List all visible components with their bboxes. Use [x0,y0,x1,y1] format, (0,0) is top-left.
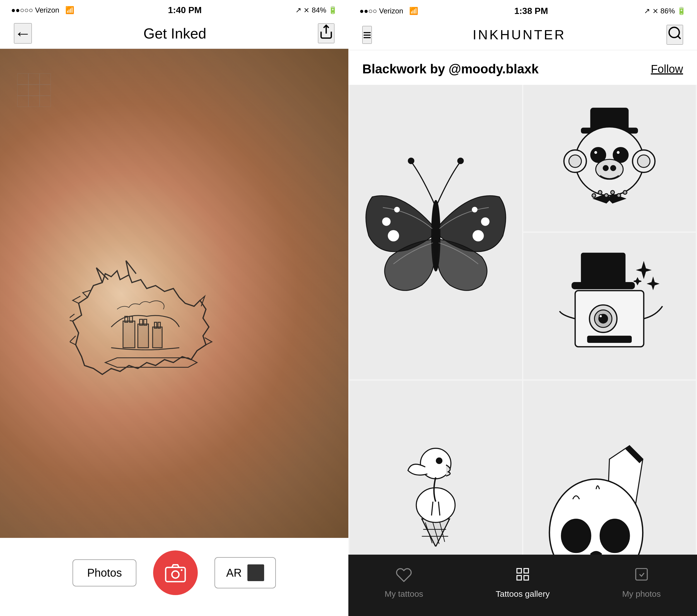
svg-rect-50 [572,282,635,289]
svg-point-55 [599,314,603,318]
svg-point-48 [623,191,627,194]
svg-point-27 [388,230,399,241]
gallery-content[interactable]: Blackwork by @moody.blaxk Follow [348,50,697,555]
svg-point-47 [617,194,621,197]
svg-rect-118 [636,568,647,580]
svg-point-38 [594,151,598,154]
right-time: 1:38 PM [514,6,548,16]
svg-point-22 [458,158,463,163]
svg-rect-7 [152,327,162,348]
tab-my-tattoos-label: My tattoos [385,589,423,599]
svg-rect-56 [588,336,632,342]
svg-point-18 [669,27,679,38]
butterfly-tattoo[interactable] [350,85,522,379]
svg-point-84 [561,519,591,553]
right-status-bar: ●●○○ Verizon 📶 1:38 PM ↗ ⨯ 86% 🔋 [348,0,697,19]
svg-point-43 [592,194,596,197]
svg-point-17 [181,569,182,571]
follow-button-blackwork[interactable]: Follow [651,63,683,75]
skull-knife-tattoo[interactable] [523,381,696,555]
tab-tattoos-gallery[interactable]: Tattoos gallery [495,567,549,599]
tattoo-image [70,220,279,465]
svg-point-41 [603,166,608,171]
tab-bar: My tattoos Tattoos gallery My photos [348,555,697,616]
svg-point-39 [617,151,620,154]
left-panel: ●●○○○ Verizon 📶 1:40 PM ↗ ⨯ 84% 🔋 ← Get … [0,0,348,616]
svg-rect-49 [581,253,625,284]
svg-point-64 [436,458,442,464]
bottom-controls: Photos AR [0,538,348,616]
svg-point-21 [408,158,414,163]
app-title: INKHUNTER [473,27,566,42]
right-nav-bar: ≡ INKHUNTER [348,19,697,50]
tab-tattoos-gallery-label: Tattoos gallery [495,589,549,599]
ar-button[interactable]: AR [214,557,276,588]
tab-my-photos-label: My photos [622,589,661,599]
ar-swatch [248,564,264,581]
svg-line-19 [678,36,681,39]
tab-my-photos[interactable]: My photos [622,567,661,599]
heart-icon [396,567,412,586]
svg-point-28 [473,230,484,241]
svg-point-85 [600,519,629,553]
svg-point-33 [569,155,581,168]
svg-rect-4 [138,324,148,348]
monkey-tattoo[interactable] [523,85,696,232]
tab-my-tattoos[interactable]: My tattoos [385,567,423,599]
svg-rect-10 [17,73,51,107]
svg-rect-115 [524,568,529,573]
svg-point-16 [172,571,179,578]
svg-point-40 [596,160,623,180]
left-carrier: ●●○○○ Verizon 📶 [11,6,74,15]
svg-rect-116 [517,575,521,580]
svg-rect-117 [524,575,529,580]
svg-point-25 [481,217,489,226]
svg-point-45 [605,194,608,197]
left-time: 1:40 PM [168,5,202,15]
svg-point-23 [382,217,390,226]
svg-rect-114 [517,568,521,573]
back-button[interactable]: ← [14,23,32,44]
right-battery-area: ↗ ⨯ 86% 🔋 [644,7,686,15]
icecream-tattoo[interactable] [350,381,522,555]
right-carrier: ●●○○ Verizon 📶 [359,7,418,15]
search-button[interactable] [667,25,683,45]
left-status-bar: ●●○○○ Verizon 📶 1:40 PM ↗ ⨯ 84% 🔋 [0,0,348,18]
grid-icon [514,567,531,586]
camera-button[interactable] [153,551,198,595]
menu-button[interactable]: ≡ [362,26,372,44]
arm-photo [0,49,348,538]
left-battery-area: ↗ ⨯ 84% 🔋 [295,6,337,15]
photos-button[interactable]: Photos [73,559,136,586]
svg-point-35 [638,155,650,168]
svg-rect-1 [123,321,135,348]
left-nav-bar: ← Get Inked [0,18,348,49]
svg-point-42 [611,166,616,171]
hat-robot-tattoo[interactable] [523,233,696,379]
svg-point-44 [598,191,602,194]
share-button[interactable] [318,24,335,43]
photos-check-icon [633,567,650,586]
page-title: Get Inked [143,25,206,42]
section-header-blackwork: Blackwork by @moody.blaxk Follow [348,50,697,85]
section-title-blackwork: Blackwork by @moody.blaxk [362,61,538,76]
right-panel: ●●○○ Verizon 📶 1:38 PM ↗ ⨯ 86% 🔋 ≡ INKHU… [348,0,697,616]
svg-point-62 [416,488,455,522]
svg-point-46 [611,191,614,194]
